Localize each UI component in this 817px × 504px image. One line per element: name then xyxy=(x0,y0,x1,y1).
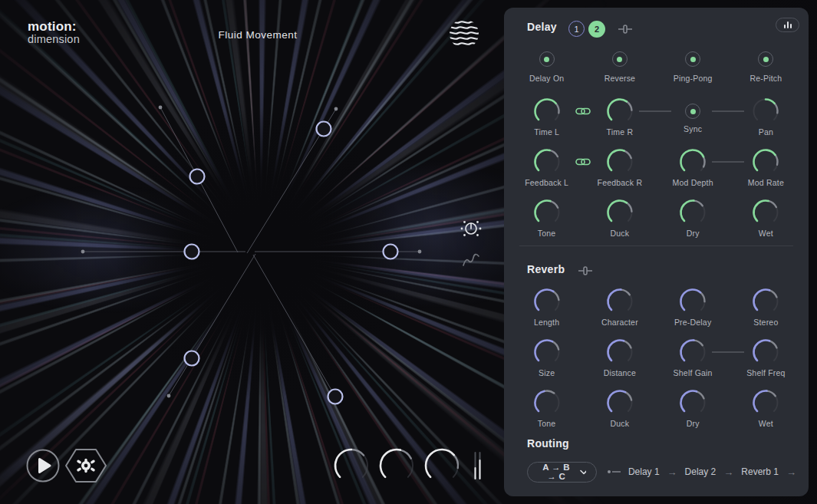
reverb-section-title: Reverb xyxy=(527,263,565,275)
toggle-label: Reverse xyxy=(605,74,636,83)
feedback-l-knob[interactable] xyxy=(530,146,564,178)
knob-label: Character xyxy=(601,318,638,327)
timer-icon[interactable] xyxy=(460,217,483,242)
knob-label: Pre-Delay xyxy=(674,318,711,327)
sync-toggle[interactable] xyxy=(685,104,700,119)
play-button[interactable] xyxy=(26,449,60,485)
section-divider xyxy=(519,245,793,246)
link-icon[interactable] xyxy=(575,107,591,116)
reverb-wet-knob[interactable] xyxy=(749,387,782,419)
preset-title[interactable]: Fluid Movement xyxy=(143,29,373,41)
knob-label: Time R xyxy=(607,127,634,137)
reverb-tone-knob[interactable] xyxy=(530,387,564,419)
settings-button[interactable] xyxy=(64,447,107,486)
pre-delay-knob[interactable] xyxy=(676,285,710,318)
wave-sphere-icon xyxy=(446,15,483,55)
reverb-mod-fader-icon[interactable] xyxy=(578,266,592,278)
macro-knob-3[interactable] xyxy=(420,446,463,488)
connector-line xyxy=(712,351,744,353)
delay-on-toggle[interactable] xyxy=(539,51,555,67)
fx-panel: Delay 1 2 Delay On Reverse Ping-Pong Re-… xyxy=(504,8,809,496)
delay-dry-knob[interactable] xyxy=(676,196,710,229)
squiggle-icon[interactable] xyxy=(460,251,482,272)
stereo-knob[interactable] xyxy=(749,285,782,318)
pan-knob[interactable] xyxy=(749,95,782,127)
knob-label: Dry xyxy=(687,419,700,428)
delay-wet-knob[interactable] xyxy=(749,196,782,229)
chain-slot-3[interactable]: Reverb 1 xyxy=(741,466,779,477)
knob-label: Duck xyxy=(611,419,630,428)
knob-label: Tone xyxy=(538,419,556,428)
shelf-gain-knob[interactable] xyxy=(676,336,710,368)
routing-chain: Delay 1 → Delay 2 → Reverb 1 → xyxy=(608,466,796,478)
link-icon[interactable] xyxy=(575,157,591,166)
length-knob[interactable] xyxy=(530,285,564,318)
bar-chart-icon xyxy=(784,25,786,28)
analyzer-button[interactable] xyxy=(776,18,799,32)
knob-label: Mod Rate xyxy=(748,178,784,187)
delay-tone-knob[interactable] xyxy=(530,196,564,229)
toggle-label: Re-Pitch xyxy=(749,74,782,83)
connector-line xyxy=(712,161,744,163)
macro-knob-row xyxy=(330,446,463,488)
delay-duck-knob[interactable] xyxy=(603,196,637,229)
delay-toggle-cell: Ping-Pong xyxy=(657,51,730,83)
brand-logo-line2: dimension xyxy=(28,34,80,45)
knob-label: Stereo xyxy=(753,318,778,327)
knob-label: Distance xyxy=(604,368,636,377)
mod-depth-knob[interactable] xyxy=(676,146,710,178)
reverb-dry-knob[interactable] xyxy=(676,387,710,419)
knob-label: Duck xyxy=(611,229,630,238)
time-l-knob[interactable] xyxy=(530,95,564,127)
chain-slot-1[interactable]: Delay 1 xyxy=(628,466,660,477)
motion-node[interactable] xyxy=(185,245,199,259)
motion-node[interactable] xyxy=(384,245,398,259)
motion-node[interactable] xyxy=(328,390,343,404)
character-knob[interactable] xyxy=(603,285,637,318)
routing-section-title: Routing xyxy=(527,437,569,450)
chain-arrow: → xyxy=(723,466,733,478)
feedback-r-knob[interactable] xyxy=(603,146,637,178)
delay-tab-2[interactable]: 2 xyxy=(588,21,605,38)
motion-node[interactable] xyxy=(317,122,331,137)
delay-toggle-cell: Delay On xyxy=(510,51,583,83)
time-r-knob[interactable] xyxy=(603,95,637,127)
chain-input-icon xyxy=(608,470,621,473)
mod-rate-knob[interactable] xyxy=(749,146,782,178)
knob-label: Shelf Freq xyxy=(746,368,785,377)
knob-label: Size xyxy=(539,368,555,377)
chain-arrow: → xyxy=(786,466,796,478)
delay-toggle-cell: Re-Pitch xyxy=(730,51,802,83)
toggle-dot xyxy=(544,57,549,62)
macro-knob-2[interactable] xyxy=(375,446,418,488)
delay-mod-fader-icon[interactable] xyxy=(618,25,632,36)
reverb-duck-knob[interactable] xyxy=(603,387,637,419)
delay-tab-1[interactable]: 1 xyxy=(568,21,585,37)
toggle-dot xyxy=(617,57,622,62)
distance-knob[interactable] xyxy=(603,336,637,368)
reverse-toggle[interactable] xyxy=(612,51,628,67)
chain-slot-2[interactable]: Delay 2 xyxy=(685,466,717,477)
knob-label: Time L xyxy=(534,127,559,137)
chevron-down-icon xyxy=(580,469,586,475)
routing-selector[interactable]: A → B → C xyxy=(527,462,597,483)
bar-chart-icon xyxy=(790,24,792,28)
ping-pong-toggle[interactable] xyxy=(685,51,700,67)
knob-label: Feedback R xyxy=(598,178,643,187)
toggle-label: Sync xyxy=(684,124,702,133)
knob-label: Wet xyxy=(759,419,773,428)
delay-section-title: Delay xyxy=(527,21,557,33)
toggle-label: Delay On xyxy=(529,74,564,83)
motion-node[interactable] xyxy=(190,170,205,184)
knob-label: Mod Depth xyxy=(673,178,713,187)
toggle-dot xyxy=(690,57,696,62)
chain-arrow: → xyxy=(667,466,677,478)
macro-knob-1[interactable] xyxy=(330,446,373,488)
toggle-dot xyxy=(763,57,769,62)
shelf-freq-knob[interactable] xyxy=(749,336,782,368)
motion-node[interactable] xyxy=(185,351,199,366)
toggle-dot xyxy=(690,109,696,114)
size-knob[interactable] xyxy=(530,336,564,368)
re-pitch-toggle[interactable] xyxy=(758,51,773,67)
knob-label: Wet xyxy=(759,229,773,238)
